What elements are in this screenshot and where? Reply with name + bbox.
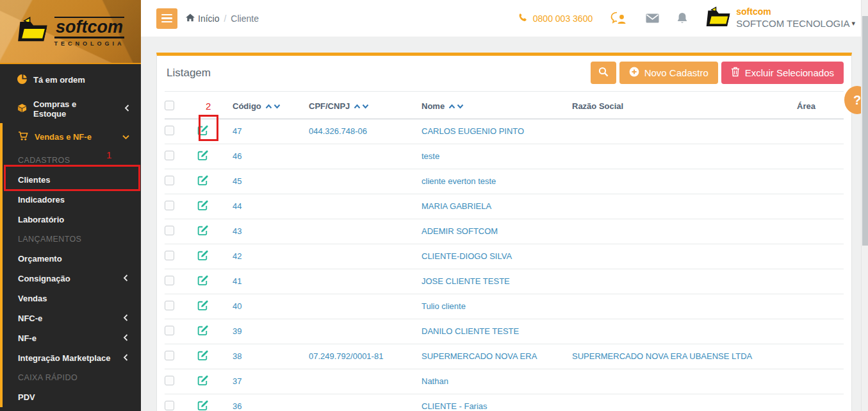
- select-all-checkbox[interactable]: [165, 101, 174, 110]
- row-code-link[interactable]: 44: [233, 201, 242, 211]
- edit-pencil-square-icon[interactable]: [197, 224, 209, 237]
- scrollbar-thumb[interactable]: [862, 16, 868, 246]
- chat-contact-icon[interactable]: [610, 12, 628, 25]
- row-checkbox[interactable]: [165, 376, 174, 385]
- sidebar-submenu-item[interactable]: NF-e: [3, 328, 141, 348]
- new-record-button[interactable]: Novo Cadastro: [619, 62, 718, 84]
- edit-pencil-square-icon[interactable]: [197, 374, 209, 387]
- chevron-left-icon: [123, 353, 128, 363]
- search-button[interactable]: [591, 62, 616, 84]
- envelope-icon[interactable]: [646, 13, 659, 23]
- row-checkbox[interactable]: [165, 351, 174, 360]
- vertical-scrollbar[interactable]: [861, 0, 868, 411]
- row-checkbox[interactable]: [165, 301, 174, 310]
- sidebar-submenu-item[interactable]: Integração Marketplace: [3, 348, 141, 368]
- row-code-link[interactable]: 40: [233, 301, 242, 311]
- bell-icon[interactable]: [677, 12, 687, 24]
- row-cpf-link[interactable]: 07.249.792/0001-81: [309, 351, 383, 361]
- sidebar-submenu-item[interactable]: CAIXA RÁPIDO: [3, 368, 141, 387]
- sidebar-item-vendas-e-nfe[interactable]: Vendas e NF-e: [3, 123, 141, 151]
- edit-pencil-square-icon[interactable]: [197, 149, 209, 162]
- sidebar-submenu-item[interactable]: Consignação: [3, 269, 141, 289]
- question-icon: ?: [853, 93, 861, 108]
- row-name-link[interactable]: CLIENTE-DIOGO SILVA: [422, 251, 512, 261]
- row-name-link[interactable]: Nathan: [422, 376, 448, 386]
- row-code-link[interactable]: 47: [233, 126, 242, 136]
- delete-selected-button[interactable]: Excluir Selecionados: [721, 62, 844, 84]
- row-razao-link[interactable]: SUPERMERCADO NOVA ERA UBAENSE LTDA: [572, 351, 752, 361]
- row-name-link[interactable]: cliente everton teste: [422, 176, 496, 186]
- sidebar-submenu-item[interactable]: LANÇAMENTOS: [3, 230, 141, 249]
- row-name-link[interactable]: JOSE CLIENTE TESTE: [422, 276, 510, 286]
- row-checkbox[interactable]: [165, 251, 174, 260]
- row-name-link[interactable]: Tulio cliente: [422, 301, 466, 311]
- row-code-link[interactable]: 45: [233, 176, 242, 186]
- edit-pencil-square-icon[interactable]: [197, 174, 209, 187]
- row-name-link[interactable]: teste: [422, 151, 439, 161]
- row-name-link[interactable]: CARLOS EUGENIO PINTO: [422, 126, 524, 136]
- row-code-link[interactable]: 46: [233, 151, 242, 161]
- row-name-link[interactable]: MARIA GABRIELA: [422, 201, 491, 211]
- edit-pencil-square-icon[interactable]: [197, 199, 209, 212]
- row-code-link[interactable]: 37: [233, 376, 242, 386]
- table-row: 44 MARIA GABRIELA: [165, 194, 844, 219]
- sidebar-submenu-item[interactable]: Vendas: [3, 289, 141, 308]
- sidebar-submenu-item[interactable]: Orçamento: [3, 249, 141, 269]
- row-code-link[interactable]: 38: [233, 351, 242, 361]
- user-menu[interactable]: softcom SOFTCOM TECNOLOGIA ▾: [705, 6, 855, 31]
- sidebar-submenu-item[interactable]: Laboratório: [3, 210, 141, 230]
- edit-pencil-square-icon[interactable]: [197, 299, 209, 312]
- sidebar-submenu-item[interactable]: NFC-e: [3, 308, 141, 328]
- column-header-cpf-cnpj[interactable]: CPF/CNPJ: [309, 94, 422, 119]
- row-checkbox[interactable]: [165, 401, 174, 410]
- hamburger-menu-icon[interactable]: [156, 8, 177, 29]
- row-checkbox[interactable]: [165, 201, 174, 210]
- breadcrumb-home[interactable]: Início: [186, 13, 219, 24]
- table-row: 38 07.249.792/0001-81 SUPERMERCADO NOVA …: [165, 344, 844, 369]
- sidebar-submenu-item[interactable]: Indicadores: [3, 190, 141, 210]
- row-checkbox[interactable]: [165, 326, 174, 335]
- row-name-link[interactable]: ADEMIR SOFTCOM: [422, 226, 498, 236]
- row-checkbox[interactable]: [165, 276, 174, 285]
- edit-pencil-square-icon[interactable]: [197, 274, 209, 287]
- row-name-link[interactable]: CLIENTE - Farias: [422, 401, 487, 411]
- sidebar-submenu: CADASTROS Clientes Indicadores: [3, 151, 141, 407]
- sidebar-item-ta-em-ordem[interactable]: Tá em ordem: [0, 65, 141, 94]
- column-header-nome[interactable]: Nome: [422, 94, 572, 119]
- chevron-left-icon: [123, 274, 128, 283]
- row-code-link[interactable]: 42: [233, 251, 242, 261]
- sidebar-submenu-item[interactable]: PDV: [3, 387, 141, 407]
- row-code-link[interactable]: 39: [233, 326, 242, 336]
- column-header-codigo[interactable]: Código: [233, 94, 309, 119]
- user-brand: softcom: [736, 6, 855, 18]
- row-checkbox[interactable]: [165, 126, 174, 135]
- table-row: 37 Nathan: [165, 369, 844, 394]
- page-title: Listagem: [167, 67, 211, 80]
- edit-pencil-square-icon[interactable]: [197, 324, 209, 337]
- row-code-link[interactable]: 41: [233, 276, 242, 286]
- row-checkbox[interactable]: [165, 151, 174, 160]
- table-row: 40 Tulio cliente: [165, 294, 844, 319]
- panel-toolbar: Listagem Novo Cadastro: [157, 56, 851, 90]
- sidebar-submenu-item[interactable]: Clientes: [3, 170, 141, 190]
- edit-pencil-square-icon[interactable]: [197, 124, 209, 137]
- row-name-link[interactable]: SUPERMERCADO NOVA ERA: [422, 351, 537, 361]
- row-checkbox[interactable]: [165, 226, 174, 235]
- sort-up-icon: [448, 104, 455, 109]
- row-name-link[interactable]: DANILO CLIENTE TESTE: [422, 326, 519, 336]
- edit-pencil-square-icon[interactable]: [197, 249, 209, 262]
- app-logo[interactable]: softcom TECNOLOGIA: [0, 0, 141, 64]
- row-code-link[interactable]: 43: [233, 226, 242, 236]
- home-icon: [186, 13, 195, 24]
- row-cpf-link[interactable]: 044.326.748-06: [309, 126, 367, 136]
- top-navbar: Início / Cliente 0800 003 3600: [141, 0, 868, 37]
- chevron-left-icon: [123, 333, 128, 343]
- sidebar-submenu-item[interactable]: CADASTROS: [3, 151, 141, 170]
- row-code-link[interactable]: 36: [233, 401, 242, 411]
- edit-pencil-square-icon[interactable]: [197, 349, 209, 362]
- table-row: 43 ADEMIR SOFTCOM: [165, 219, 844, 244]
- sidebar-item-compras-e-estoque[interactable]: Compras e Estoque: [0, 94, 141, 123]
- row-checkbox[interactable]: [165, 176, 174, 185]
- edit-pencil-square-icon[interactable]: [197, 399, 209, 411]
- toolbar-divider: [165, 91, 844, 92]
